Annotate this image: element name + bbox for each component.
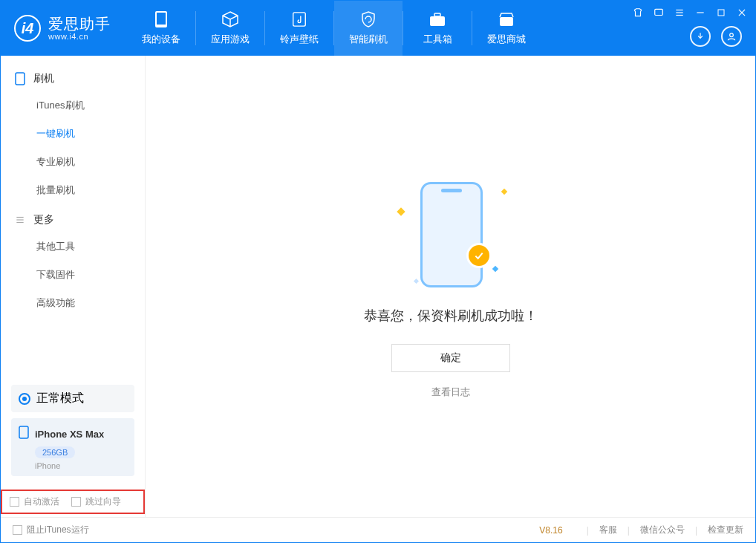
nav-apps-games[interactable]: 应用游戏 xyxy=(196,1,264,56)
view-log-link[interactable]: 查看日志 xyxy=(431,386,470,399)
sidebar-item-advanced[interactable]: 高级功能 xyxy=(1,289,145,317)
success-illustration xyxy=(388,175,514,293)
menu-icon[interactable] xyxy=(674,7,685,19)
svg-rect-16 xyxy=(16,73,25,85)
close-button[interactable] xyxy=(736,7,748,19)
sparkle-icon xyxy=(501,188,506,194)
checkbox-icon xyxy=(71,497,81,507)
device-name: iPhone XS Max xyxy=(35,429,104,440)
svg-rect-6 xyxy=(655,9,663,15)
flash-options-row: 自动激活 跳过向导 xyxy=(1,490,145,514)
list-icon xyxy=(14,214,26,226)
checkbox-icon xyxy=(13,525,22,535)
shield-sync-icon xyxy=(359,10,377,28)
nav-smart-flash[interactable]: 智能刷机 xyxy=(334,1,403,56)
checkbox-label: 跳过向导 xyxy=(85,495,121,508)
mode-label: 正常模式 xyxy=(36,391,84,406)
ok-button[interactable]: 确定 xyxy=(391,344,510,372)
sidebar-item-itunes-flash[interactable]: iTunes刷机 xyxy=(1,91,145,120)
download-button[interactable] xyxy=(690,26,711,47)
svg-rect-1 xyxy=(157,13,166,25)
checkbox-skip-wizard[interactable]: 跳过向导 xyxy=(71,495,121,508)
device-type: iPhone xyxy=(35,461,127,470)
top-nav: 我的设备 应用游戏 铃声壁纸 智能刷机 工具箱 xyxy=(127,1,541,56)
svg-rect-3 xyxy=(430,16,445,26)
body: 刷机 iTunes刷机 一键刷机 专业刷机 批量刷机 更多 其他工具 下载固件 … xyxy=(1,56,755,517)
sparkle-icon xyxy=(492,265,498,271)
nav-my-device[interactable]: 我的设备 xyxy=(127,1,195,56)
logo-icon: i4 xyxy=(14,15,41,42)
success-message: 恭喜您，保资料刷机成功啦！ xyxy=(364,307,538,325)
checkmark-badge-icon xyxy=(466,243,492,268)
app-logo: i4 爱思助手 www.i4.cn xyxy=(1,1,127,56)
sidebar-item-other-tools[interactable]: 其他工具 xyxy=(1,233,145,261)
music-note-icon xyxy=(290,10,308,28)
svg-rect-5 xyxy=(500,17,513,26)
sidebar-item-batch-flash[interactable]: 批量刷机 xyxy=(1,176,145,204)
svg-rect-4 xyxy=(434,13,440,16)
feedback-icon[interactable] xyxy=(653,7,665,19)
app-window: i4 爱思助手 www.i4.cn 我的设备 应用游戏 铃声壁纸 xyxy=(0,0,756,543)
nav-label: 工具箱 xyxy=(423,33,452,46)
sidebar-item-download-firmware[interactable]: 下载固件 xyxy=(1,261,145,289)
result-panel: 恭喜您，保资料刷机成功啦！ 确定 查看日志 xyxy=(364,175,538,399)
sparkle-icon xyxy=(413,278,418,283)
minimize-button[interactable] xyxy=(694,7,706,19)
svg-point-15 xyxy=(730,33,734,37)
nav-label: 智能刷机 xyxy=(349,33,388,46)
device-panel: 正常模式 iPhone XS Max 256GB iPhone xyxy=(1,377,145,484)
link-wechat[interactable]: 微信公众号 xyxy=(640,524,685,536)
statusbar: 阻止iTunes运行 V8.16 | 客服 | 微信公众号 | 检查更新 xyxy=(1,517,755,542)
window-controls xyxy=(632,7,748,19)
sidebar-item-oneclick-flash[interactable]: 一键刷机 xyxy=(1,120,145,148)
sidebar-section-flash: 刷机 xyxy=(1,63,145,91)
checkbox-block-itunes[interactable]: 阻止iTunes运行 xyxy=(13,524,89,536)
link-check-update[interactable]: 检查更新 xyxy=(708,524,743,536)
device-mode-row[interactable]: 正常模式 xyxy=(11,385,134,412)
nav-label: 铃声壁纸 xyxy=(280,33,319,46)
nav-label: 应用游戏 xyxy=(211,33,250,46)
nav-label: 爱思商城 xyxy=(487,33,526,46)
link-support[interactable]: 客服 xyxy=(599,524,617,536)
checkbox-auto-activate[interactable]: 自动激活 xyxy=(10,495,59,508)
section-label: 刷机 xyxy=(33,72,54,85)
section-label: 更多 xyxy=(33,213,54,227)
svg-rect-11 xyxy=(718,10,724,16)
titlebar: i4 爱思助手 www.i4.cn 我的设备 应用游戏 铃声壁纸 xyxy=(1,1,755,56)
phone-icon xyxy=(19,426,29,442)
nav-label: 我的设备 xyxy=(142,33,180,46)
version-label: V8.16 xyxy=(539,525,562,536)
device-storage-badge: 256GB xyxy=(35,446,75,458)
svg-rect-2 xyxy=(293,13,306,26)
mode-indicator-icon xyxy=(19,393,30,405)
shirt-icon[interactable] xyxy=(632,7,644,19)
svg-rect-20 xyxy=(19,426,28,438)
sidebar: 刷机 iTunes刷机 一键刷机 专业刷机 批量刷机 更多 其他工具 下载固件 … xyxy=(1,56,146,517)
account-button[interactable] xyxy=(721,26,742,47)
checkbox-label: 自动激活 xyxy=(24,495,59,508)
nav-store[interactable]: 爱思商城 xyxy=(472,1,541,56)
sidebar-section-more: 更多 xyxy=(1,204,145,233)
main-content: 恭喜您，保资料刷机成功啦！ 确定 查看日志 xyxy=(146,56,755,517)
nav-toolbox[interactable]: 工具箱 xyxy=(403,1,472,56)
checkbox-icon xyxy=(10,497,19,507)
cube-icon xyxy=(221,10,239,28)
phone-illustration-icon xyxy=(420,182,483,287)
nav-ringtones-wallpapers[interactable]: 铃声壁纸 xyxy=(265,1,333,56)
checkbox-label: 阻止iTunes运行 xyxy=(27,524,89,536)
store-icon xyxy=(498,10,515,28)
sparkle-icon xyxy=(397,207,405,215)
toolbox-icon xyxy=(428,10,446,28)
maximize-button[interactable] xyxy=(715,7,727,19)
device-card[interactable]: iPhone XS Max 256GB iPhone xyxy=(11,418,134,476)
app-name: 爱思助手 xyxy=(48,16,111,32)
sidebar-item-pro-flash[interactable]: 专业刷机 xyxy=(1,148,145,176)
device-icon xyxy=(14,73,26,85)
titlebar-right-icons xyxy=(690,26,742,47)
app-url: www.i4.cn xyxy=(48,32,111,41)
phone-icon xyxy=(152,10,170,28)
